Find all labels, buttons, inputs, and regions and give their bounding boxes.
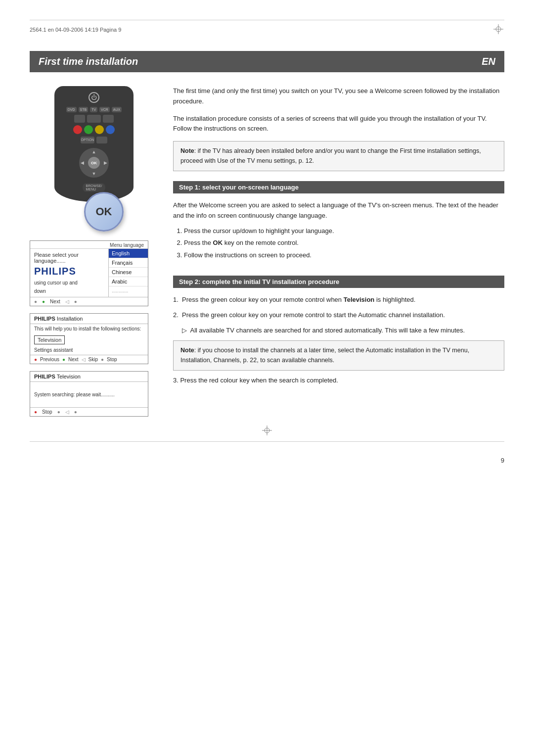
screen2-previous: Previous — [40, 357, 59, 362]
screen3-header: PHILIPS Television — [30, 372, 148, 381]
screen3-dot2: ● — [57, 409, 60, 415]
screen2-body-text: This will help you to install the follow… — [34, 326, 144, 331]
step2-block: Step 2: complete the initial TV installa… — [173, 276, 504, 386]
step1-item1: Press the cursor up/down to highlight yo… — [184, 226, 504, 236]
note-text: : if the TV has already been installed b… — [180, 147, 481, 164]
stop-dot: ● — [101, 357, 104, 362]
vcr-btn[interactable]: VCR — [99, 107, 110, 112]
options-row: OPTION — [81, 137, 107, 143]
screen3-stop: Stop — [42, 409, 52, 415]
screen3-brand: PHILIPS — [34, 374, 55, 379]
screen1-body: Please select your language...... PHILIP… — [30, 249, 148, 297]
big-ok-circle[interactable]: OK — [84, 192, 124, 232]
using-cursor-text: using cursor up and — [34, 280, 104, 285]
intro-para1: The first time (and only the first time)… — [173, 86, 504, 107]
options-btn[interactable]: OPTION — [81, 137, 94, 143]
step2-note-box: Note: if you choose to install the chann… — [173, 340, 504, 371]
main-content: ⏻ DVD STB TV VCR AUX — [30, 86, 504, 417]
step2-bullet: ▷ All available TV channels are searched… — [182, 326, 504, 336]
screen2-tv-box: Television — [34, 335, 65, 344]
color-buttons — [73, 125, 115, 134]
note-box: Note: if the TV has already been install… — [173, 141, 504, 171]
page: 2564.1 en 04-09-2006 14:19 Pagina 9 Firs… — [0, 0, 534, 756]
green-button[interactable] — [84, 125, 93, 134]
select-btn[interactable] — [87, 115, 101, 123]
screen3-dot4: ● — [74, 409, 77, 415]
info-btn[interactable] — [103, 115, 114, 123]
yellow-button[interactable] — [95, 125, 104, 134]
step1-item2: Press the OK key on the remote control. — [184, 238, 504, 248]
title-bar: First time installation EN — [30, 51, 504, 72]
top-rule — [30, 20, 504, 20]
tv-btn[interactable]: TV — [90, 107, 97, 112]
lang-francais[interactable]: Français — [109, 258, 148, 268]
screen2-header: PHILIPS Installation — [30, 314, 148, 324]
next-dot: ● — [62, 357, 65, 362]
nav-down-icon: ▼ — [92, 171, 96, 176]
browse-menu-btn[interactable]: BROWSE/MENU — [83, 183, 105, 192]
screen2-stop: Stop — [107, 357, 117, 362]
step2-para2: 2. Press the green colour key on your re… — [173, 310, 504, 321]
power-button[interactable]: ⏻ — [89, 92, 99, 103]
center-crosshair — [30, 425, 504, 436]
nav-pad[interactable]: ▲ ▼ ◀ ▶ OK — [79, 148, 109, 178]
philips-logo: PHILIPS — [34, 266, 104, 277]
step1-heading: Step 1: select your on-screen language — [173, 181, 504, 193]
doc-ref: 2564.1 en 04-09-2006 14:19 Pagina 9 — [30, 27, 121, 33]
teletext-btn[interactable] — [74, 115, 85, 123]
screen2-panel: PHILIPS Installation This will help you … — [30, 313, 148, 364]
bottom-rule — [30, 441, 504, 442]
pip-btn[interactable] — [96, 137, 107, 143]
big-ok-wrapper: OK — [84, 192, 124, 232]
down-text: down — [34, 288, 104, 294]
screen3-brand-suffix: Television — [55, 374, 81, 379]
remote-wrapper: ⏻ DVD STB TV VCR AUX — [30, 86, 158, 232]
screen1-panel: Menu language Please select your languag… — [30, 240, 148, 306]
screen2-footer: ● Previous ● Next ◁ Skip ● Stop — [30, 355, 148, 364]
lang-arabic[interactable]: Arabic — [109, 277, 148, 286]
language-dots-text: language...... — [34, 258, 104, 264]
screen1-dot3: ● — [74, 299, 77, 304]
blue-button[interactable] — [106, 125, 115, 134]
step1-intro: After the Welcome screen you are asked t… — [173, 200, 504, 221]
screen1-next: Next — [50, 299, 60, 304]
nav-left-icon: ◀ — [81, 160, 84, 165]
screen3-body: System searching: please wait.......... — [30, 381, 148, 407]
remote-control: ⏻ DVD STB TV VCR AUX — [54, 86, 134, 202]
screen3-dot3: ◁ — [65, 409, 69, 415]
feature-row — [74, 115, 114, 123]
nav-up-icon: ▲ — [92, 149, 96, 154]
television-bold: Television — [344, 296, 375, 303]
screen2-next: Next — [68, 357, 79, 362]
step2-para1: 1. Press the green colour key on your re… — [173, 295, 504, 305]
step1-item3: Follow the instructions on screen to pro… — [184, 250, 504, 261]
screen2-brand: PHILIPS — [34, 316, 55, 322]
screen1-left: Please select your language...... PHILIP… — [30, 249, 108, 297]
lang-chinese[interactable]: Chinese — [109, 268, 148, 277]
crosshair-icon — [492, 23, 504, 35]
menu-language-label: Menu language — [30, 241, 148, 249]
left-column: ⏻ DVD STB TV VCR AUX — [30, 86, 158, 417]
lang-english[interactable]: English — [109, 249, 148, 258]
lang-badge: EN — [482, 56, 495, 67]
aux-btn[interactable]: AUX — [112, 107, 122, 112]
lang-dots: ............ — [109, 286, 148, 295]
ok-bold: OK — [213, 239, 223, 246]
screen1-dot2: ● — [42, 299, 45, 304]
red-button[interactable] — [73, 125, 82, 134]
stb-btn[interactable]: STB — [79, 107, 89, 112]
skip-icon: ◁ — [82, 357, 86, 362]
dvd-btn[interactable]: DVD — [66, 107, 77, 112]
nav-right-icon: ▶ — [104, 160, 107, 165]
page-number: 9 — [30, 457, 504, 464]
step2-heading: Step 2: complete the initial TV installa… — [173, 276, 504, 288]
nav-arrows: ▲ ▼ ◀ ▶ — [79, 148, 109, 178]
page-title: First time installation — [39, 56, 138, 67]
step2-para3: 3. Press the red colour key when the sea… — [173, 376, 504, 386]
step2-note-label: Note — [180, 347, 194, 354]
note-label: Note — [180, 147, 194, 154]
menu-row: BROWSE/MENU — [83, 182, 105, 192]
bottom-crosshair-icon — [261, 425, 273, 436]
screen3-footer: ● Stop ● ◁ ● — [30, 407, 148, 416]
screen2-skip: Skip — [89, 357, 98, 362]
